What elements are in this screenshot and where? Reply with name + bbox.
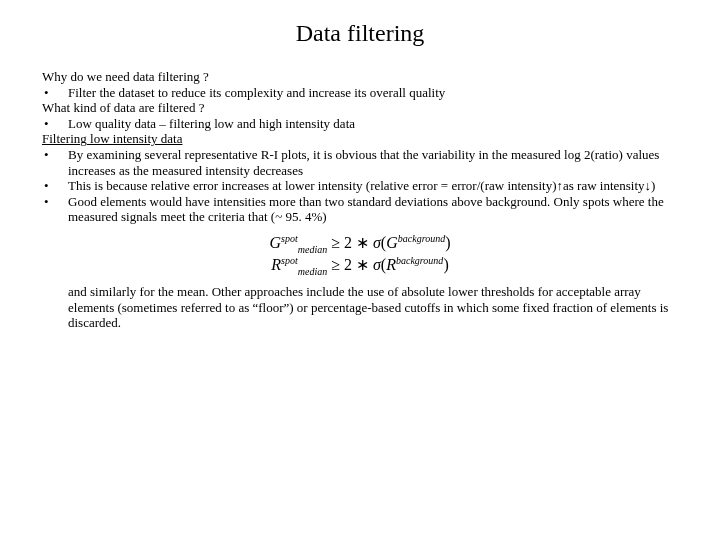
equation-g: Gspotmedian ≥ 2 ∗ σ(Gbackground): [42, 233, 678, 256]
eq-mult: 2 ∗: [344, 257, 369, 274]
equation-r: Rspotmedian ≥ 2 ∗ σ(Rbackground): [42, 255, 678, 278]
list-item: Filter the dataset to reduce its complex…: [42, 85, 678, 101]
question-why: Why do we need data filtering ?: [42, 69, 678, 85]
paren-close: ): [443, 257, 448, 274]
eq-var: G: [270, 234, 282, 251]
eq-sup: background: [396, 255, 443, 266]
eq-sup: background: [398, 233, 445, 244]
eq-sigma: σ: [373, 234, 381, 251]
eq-ge: ≥: [331, 234, 340, 251]
heading-low-intensity: Filtering low intensity data: [42, 131, 678, 147]
eq-mult: 2 ∗: [344, 234, 369, 251]
equation-block: Gspotmedian ≥ 2 ∗ σ(Gbackground) Rspotme…: [42, 233, 678, 278]
bullets-low-intensity: By examining several representative R-I …: [42, 147, 678, 225]
slide: Data filtering Why do we need data filte…: [0, 0, 720, 331]
eq-var: R: [386, 257, 396, 274]
eq-sup: spot: [281, 255, 298, 266]
bullets-what-kind: Low quality data – filtering low and hig…: [42, 116, 678, 132]
list-item: Good elements would have intensities mor…: [42, 194, 678, 225]
list-item: This is because relative error increases…: [42, 178, 678, 194]
eq-sup: spot: [281, 233, 298, 244]
list-item: Low quality data – filtering low and hig…: [42, 116, 678, 132]
eq-sub: median: [298, 266, 327, 277]
eq-sigma: σ: [373, 257, 381, 274]
eq-sub: median: [298, 243, 327, 254]
slide-title: Data filtering: [42, 20, 678, 47]
eq-var: G: [386, 234, 398, 251]
closing-paragraph: and similarly for the mean. Other approa…: [42, 284, 678, 331]
paren-close: ): [445, 234, 450, 251]
slide-body: Why do we need data filtering ? Filter t…: [42, 69, 678, 331]
eq-ge: ≥: [331, 257, 340, 274]
question-what-kind: What kind of data are filtered ?: [42, 100, 678, 116]
eq-var: R: [271, 257, 281, 274]
list-item: By examining several representative R-I …: [42, 147, 678, 178]
bullets-why: Filter the dataset to reduce its complex…: [42, 85, 678, 101]
